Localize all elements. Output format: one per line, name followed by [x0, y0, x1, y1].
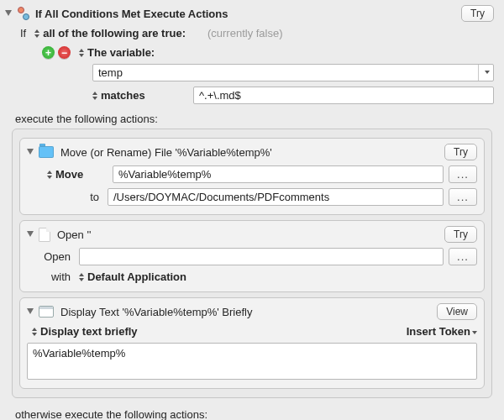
to-label: to — [27, 191, 108, 203]
chevron-down-icon — [472, 331, 477, 334]
browse-button[interactable]: ... — [449, 248, 477, 265]
otherwise-label: otherwise execute the following actions: — [0, 398, 504, 420]
folder-icon — [39, 146, 54, 158]
with-label: with — [27, 270, 79, 283]
open-action-title: Open '' — [57, 228, 91, 241]
view-button[interactable]: View — [437, 303, 477, 320]
disclosure-triangle-icon[interactable] — [27, 149, 34, 155]
try-button[interactable]: Try — [444, 144, 477, 160]
the-variable-label[interactable]: The variable: — [87, 46, 155, 59]
try-button[interactable]: Try — [461, 5, 494, 22]
condition-row: If all of the following are true: (curre… — [0, 24, 504, 41]
move-verb[interactable]: Move — [55, 168, 113, 181]
execute-label: execute the following actions: — [0, 104, 504, 129]
stepper-icon[interactable] — [79, 49, 84, 57]
move-action: Move (or Rename) File '%Variable%temp%' … — [19, 138, 485, 215]
action-title: If All Conditions Met Execute Actions — [35, 8, 228, 20]
insert-token-button[interactable]: Insert Token — [407, 325, 477, 338]
try-button[interactable]: Try — [444, 226, 477, 243]
chevron-down-icon[interactable] — [478, 65, 493, 81]
stepper-icon[interactable] — [34, 29, 39, 38]
open-label: Open — [27, 250, 79, 263]
display-mode[interactable]: Display text briefly — [40, 325, 138, 338]
file-icon — [39, 228, 50, 242]
stepper-icon[interactable] — [32, 328, 37, 336]
if-label: If — [20, 27, 26, 39]
move-source-field[interactable]: %Variable%temp% — [113, 165, 444, 183]
header-row: If All Conditions Met Execute Actions Tr… — [0, 0, 504, 24]
stepper-icon[interactable] — [79, 273, 84, 281]
display-text-field[interactable]: %Variable%temp% — [27, 343, 477, 380]
move-source-value: %Variable%temp% — [118, 168, 211, 181]
disclosure-triangle-icon[interactable] — [27, 308, 34, 314]
display-text-action: Display Text '%Variable%temp%' Briefly V… — [19, 297, 485, 389]
variable-name-value: temp — [98, 66, 478, 79]
add-condition-button[interactable]: + — [42, 46, 55, 59]
remove-condition-button[interactable]: − — [58, 46, 71, 59]
open-action: Open '' Try Open ... with Default Applic… — [19, 220, 485, 292]
variable-name-field[interactable]: temp — [92, 64, 494, 81]
match-operator[interactable]: matches — [101, 89, 193, 102]
if-icon — [15, 6, 30, 21]
variable-name-row: temp — [0, 60, 504, 81]
disclosure-triangle-icon[interactable] — [27, 231, 34, 237]
insert-token-label: Insert Token — [407, 325, 470, 338]
display-text-value: %Variable%temp% — [33, 347, 125, 360]
condition-status: (currently false) — [207, 27, 283, 39]
pattern-value: ^.+\.md$ — [199, 89, 241, 102]
move-dest-field[interactable]: /Users/DOYMAC/Documents/PDFcomments — [108, 188, 444, 206]
quantifier-label[interactable]: all of the following are true: — [43, 27, 186, 39]
then-actions-panel: Move (or Rename) File '%Variable%temp%' … — [12, 129, 492, 398]
move-action-title: Move (or Rename) File '%Variable%temp%' — [60, 146, 272, 159]
stepper-icon[interactable] — [92, 92, 97, 100]
disclosure-triangle-icon[interactable] — [5, 10, 12, 16]
display-action-title: Display Text '%Variable%temp%' Briefly — [60, 306, 252, 318]
move-dest-value: /Users/DOYMAC/Documents/PDFcomments — [113, 191, 329, 203]
browse-button[interactable]: ... — [449, 165, 477, 183]
stepper-icon[interactable] — [47, 171, 52, 179]
workflow-editor: If All Conditions Met Execute Actions Tr… — [0, 0, 504, 420]
browse-button[interactable]: ... — [449, 188, 477, 206]
open-with-app[interactable]: Default Application — [87, 270, 186, 283]
window-icon — [39, 306, 54, 318]
matches-row: matches ^.+\.md$ — [0, 81, 504, 104]
pattern-field[interactable]: ^.+\.md$ — [193, 87, 494, 104]
variable-condition-row: + − The variable: — [0, 41, 504, 60]
open-path-field[interactable] — [79, 248, 444, 265]
